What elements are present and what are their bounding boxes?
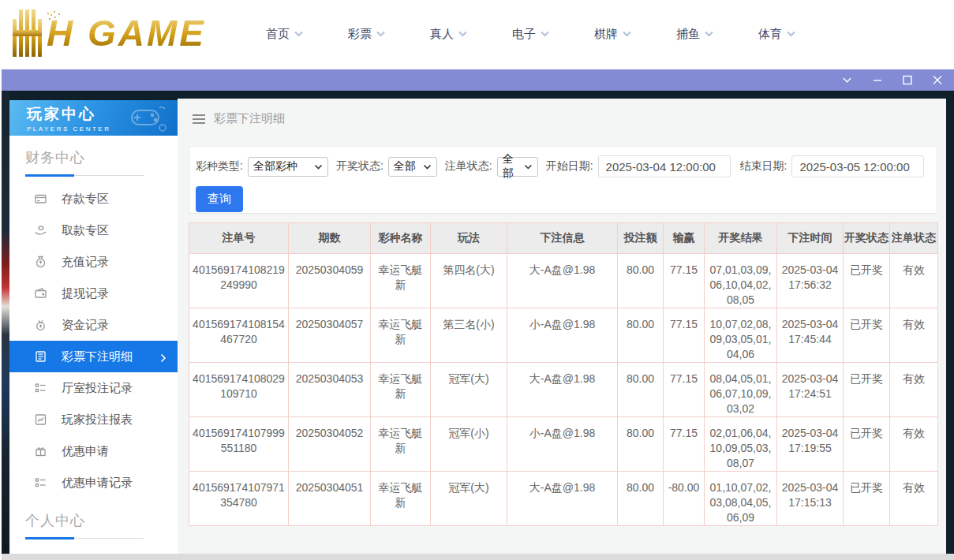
window-minimize-icon[interactable] (872, 75, 883, 85)
sidebar-item-label: 厅室投注记录 (62, 381, 133, 396)
brand-logo[interactable]: H GAME (13, 9, 206, 57)
cell-bet-amount: 80.00 (618, 472, 664, 526)
sidebar-item-promo-apply-record[interactable]: 优惠申请记录 (9, 467, 178, 498)
filter-panel: 彩种类型: 全部彩种 开奖状态: 全部 注单状态: 全部 开始日期: 结束日期: (189, 146, 937, 214)
sidebar-item-label: 彩票下注明细 (62, 349, 133, 364)
order-status-select[interactable]: 全部 (497, 157, 538, 177)
cell-lottery-name: 幸运飞艇新 (371, 308, 431, 363)
sidebar-item-recharge-record[interactable]: 充值记录 (9, 246, 178, 278)
col-header: 下注时间 (777, 223, 844, 254)
section-title-finance: 财务中心 (25, 148, 178, 167)
end-date-input[interactable] (791, 155, 924, 177)
col-header: 开奖状态 (844, 223, 890, 254)
section-divider (25, 174, 144, 177)
sidebar-item-player-bet-report[interactable]: 玩家投注报表 (9, 404, 178, 435)
sidebar-item-label: 提现记录 (62, 286, 109, 301)
order-status-label: 注单状态: (445, 159, 492, 174)
purse-icon (33, 318, 47, 332)
start-date-label: 开始日期: (546, 159, 593, 174)
background-art (2, 91, 9, 560)
cell-lottery-name: 幸运飞艇新 (371, 417, 431, 472)
cell-bet-info: 小-A盘@1.98 (507, 417, 618, 472)
nav-item-slots[interactable]: 电子 (512, 27, 550, 42)
col-header: 开奖结果 (705, 223, 777, 254)
main-content: 彩票下注明细 彩种类型: 全部彩种 开奖状态: 全部 注单状态: 全部 (178, 99, 946, 554)
sidebar-item-label: 玩家投注报表 (62, 413, 133, 427)
logo-text: H GAME (47, 9, 206, 57)
cell-draw-status: 已开奖 (844, 472, 890, 526)
draw-status-select[interactable]: 全部 (388, 157, 437, 177)
filter-row: 彩种类型: 全部彩种 开奖状态: 全部 注单状态: 全部 开始日期: 结束日期: (189, 147, 937, 177)
cell-lottery-name: 幸运飞艇新 (371, 363, 431, 417)
cell-draw-result: 10,07,02,08,09,03,05,01,04,06 (705, 308, 777, 363)
sidebar-header: 玩家中心 PLAYERS CENTER (9, 100, 178, 136)
document-list-icon (33, 349, 47, 364)
window-close-icon[interactable] (932, 75, 943, 85)
page-title: 彩票下注明细 (214, 111, 285, 126)
sidebar-item-label: 存款专区 (62, 192, 109, 207)
col-header: 彩种名称 (371, 223, 431, 254)
list-record-icon (33, 381, 47, 395)
sidebar-item-label: 优惠申请记录 (62, 476, 133, 491)
hamburger-icon[interactable] (192, 114, 206, 125)
nav-item-lottery[interactable]: 彩票 (348, 27, 386, 42)
cell-order-id: 401569174108154467720 (189, 308, 289, 363)
nav-item-home[interactable]: 首页 (266, 27, 304, 42)
cell-draw-result: 01,10,07,02,03,08,04,05,06,09 (705, 472, 777, 526)
sidebar-item-hall-bet-record[interactable]: 厅室投注记录 (9, 372, 178, 404)
cell-draw-result: 08,04,05,01,06,07,10,09,03,02 (705, 363, 777, 417)
cell-bet-info: 大-A盘@1.98 (507, 363, 618, 417)
section-divider (25, 537, 144, 539)
cell-draw-status: 已开奖 (844, 417, 890, 472)
sidebar-item-messages[interactable]: 消息公告 (9, 546, 178, 554)
sidebar-menu-personal: 消息公告 (9, 546, 178, 554)
chevron-right-icon (160, 352, 166, 365)
cell-win-loss: -80.00 (664, 472, 705, 526)
cell-bet-amount: 80.00 (618, 254, 664, 308)
select-chevron-icon (423, 163, 432, 170)
cell-order-status: 有效 (890, 363, 938, 417)
list-record-icon (33, 476, 47, 490)
cell-win-loss: 77.15 (664, 308, 705, 363)
cell-draw-status: 已开奖 (844, 363, 890, 417)
sidebar-item-label: 取款专区 (62, 223, 109, 238)
sidebar-item-label: 优惠申请 (62, 444, 109, 459)
logo-dots-icon (47, 13, 49, 14)
col-header: 输赢 (664, 223, 705, 254)
window-maximize-icon[interactable] (902, 75, 913, 85)
table-row: 401569174108029109710 20250304053 幸运飞艇新 … (189, 363, 938, 417)
logo-stripes-icon (13, 9, 42, 57)
lottery-type-select[interactable]: 全部彩种 (248, 157, 328, 177)
cell-bet-info: 大-A盘@1.98 (507, 472, 618, 526)
bets-table-wrap: 注单号 期数 彩种名称 玩法 下注信息 投注额 输赢 开奖结果 下注时间 开奖状… (189, 222, 937, 526)
sidebar-item-withdrawal-record[interactable]: 提现记录 (9, 278, 178, 309)
nav-item-fishing[interactable]: 捕鱼 (676, 27, 714, 42)
cell-draw-result: 07,01,03,09,06,10,04,02,08,05 (705, 254, 777, 308)
sidebar-item-withdraw-zone[interactable]: 取款专区 (9, 215, 178, 246)
wallet-icon (33, 286, 47, 301)
cell-draw-status: 已开奖 (844, 254, 890, 308)
cell-play: 冠军(小) (431, 417, 507, 472)
nav-item-live[interactable]: 真人 (430, 27, 468, 42)
sidebar-item-promo-apply[interactable]: 优惠申请 (9, 435, 178, 467)
start-date-input[interactable] (598, 155, 731, 177)
sidebar-item-lottery-bet-detail[interactable]: 彩票下注明细 (9, 341, 178, 372)
sidebar-item-deposit-zone[interactable]: 存款专区 (9, 183, 178, 215)
cell-bet-amount: 80.00 (618, 308, 664, 363)
cell-order-id: 401569174108029109710 (189, 363, 289, 417)
sidebar-item-funds-record[interactable]: 资金记录 (9, 309, 178, 341)
nav-item-cards[interactable]: 棋牌 (594, 27, 632, 42)
nav-item-sports[interactable]: 体育 (758, 27, 796, 42)
cell-order-status: 有效 (890, 254, 938, 308)
chevron-down-icon (294, 30, 304, 38)
gift-icon (33, 444, 47, 458)
col-header: 投注额 (618, 223, 664, 254)
window-chevron-down-icon[interactable] (841, 75, 853, 85)
cell-order-id: 401569174107999551180 (189, 417, 289, 472)
query-button[interactable]: 查询 (196, 186, 243, 212)
bets-table: 注单号 期数 彩种名称 玩法 下注信息 投注额 输赢 开奖结果 下注时间 开奖状… (189, 222, 938, 526)
bank-card-icon (33, 192, 47, 206)
col-header: 玩法 (431, 223, 507, 254)
col-header: 期数 (289, 223, 371, 254)
cell-win-loss: 77.15 (664, 254, 705, 308)
